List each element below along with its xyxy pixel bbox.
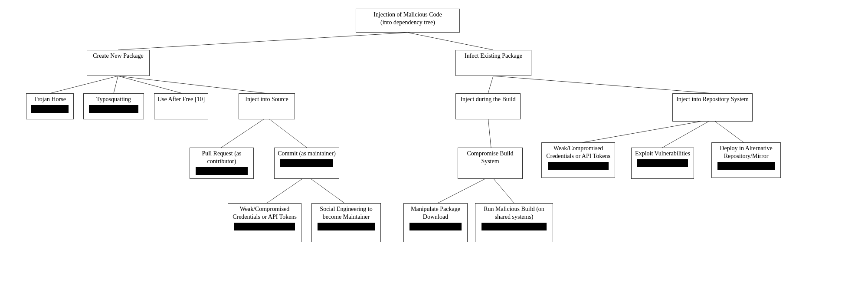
- node-use-after-free-label: Use After Free [10]: [157, 95, 205, 103]
- svg-line-0: [118, 33, 408, 50]
- svg-line-3: [114, 76, 118, 93]
- node-inject-into-repository-label: Inject into Repository System: [676, 95, 749, 103]
- node-use-after-free: Use After Free [10]: [154, 93, 208, 119]
- diagram-container: Injection of Malicious Code (into depend…: [0, 0, 868, 283]
- node-run-malicious-build: Run Malicious Build (on shared systems): [475, 203, 553, 242]
- social-engineering-bar: [318, 223, 374, 230]
- node-weak-credentials-left: Weak/Compromised Credentials or API Toke…: [228, 203, 301, 242]
- typosquatting-bar: [89, 105, 138, 113]
- node-exploit-vulnerabilities-label: Exploit Vulnerabilities: [635, 150, 690, 158]
- node-inject-during-build: Inject during the Build: [455, 93, 521, 119]
- weak-credentials-right-bar: [548, 162, 609, 170]
- svg-line-6: [488, 76, 493, 93]
- svg-line-1: [408, 33, 493, 50]
- node-compromise-build-system-label: Compromise Build System: [461, 150, 520, 165]
- node-typosquatting-label: Typosquatting: [96, 95, 131, 103]
- svg-line-5: [118, 76, 267, 93]
- node-inject-during-build-label: Inject during the Build: [460, 95, 515, 103]
- svg-line-11: [578, 119, 712, 143]
- svg-line-17: [491, 176, 515, 204]
- node-manipulate-package: Manipulate Package Download: [403, 203, 468, 242]
- commit-maintainer-bar: [280, 159, 333, 167]
- svg-line-10: [488, 117, 491, 148]
- node-trojan-horse-label: Trojan Horse: [34, 95, 66, 103]
- node-manipulate-package-label: Manipulate Package Download: [406, 205, 465, 221]
- svg-line-13: [712, 119, 745, 143]
- svg-line-7: [493, 76, 712, 93]
- svg-line-4: [118, 76, 182, 93]
- weak-credentials-left-bar: [234, 223, 295, 230]
- svg-line-12: [662, 119, 712, 148]
- exploit-vulnerabilities-bar: [637, 159, 688, 167]
- node-pull-request: Pull Request (as contributor): [190, 148, 254, 179]
- node-root: Injection of Malicious Code (into depend…: [356, 9, 460, 33]
- node-root-label: Injection of Malicious Code (into depend…: [373, 11, 442, 26]
- node-social-engineering: Social Engineering to become Maintainer: [311, 203, 381, 242]
- svg-line-16: [436, 176, 491, 204]
- node-infect-existing-package-label: Infect Existing Package: [465, 52, 522, 60]
- svg-line-14: [265, 176, 307, 204]
- node-trojan-horse: Trojan Horse: [26, 93, 74, 119]
- node-weak-credentials-right: Weak/Compromised Credentials or API Toke…: [541, 142, 615, 178]
- node-deploy-alternative: Deploy in Alternative Repository/Mirror: [711, 142, 781, 178]
- node-typosquatting: Typosquatting: [83, 93, 144, 119]
- node-inject-into-source: Inject into Source: [239, 93, 295, 119]
- node-exploit-vulnerabilities: Exploit Vulnerabilities: [631, 148, 694, 179]
- node-social-engineering-label: Social Engineering to become Maintainer: [314, 205, 378, 221]
- pull-request-bar: [196, 167, 248, 175]
- deploy-alternative-bar: [717, 162, 774, 170]
- svg-line-2: [50, 76, 118, 93]
- node-create-new-package-label: Create New Package: [93, 52, 144, 60]
- node-inject-into-repository: Inject into Repository System: [672, 93, 753, 122]
- svg-line-15: [307, 176, 346, 204]
- node-commit-maintainer-label: Commit (as maintainer): [278, 150, 336, 158]
- trojan-horse-bar: [31, 105, 69, 113]
- node-compromise-build-system: Compromise Build System: [458, 148, 523, 179]
- node-weak-credentials-right-label: Weak/Compromised Credentials or API Toke…: [544, 145, 612, 160]
- node-commit-maintainer: Commit (as maintainer): [274, 148, 339, 179]
- run-malicious-build-bar: [481, 223, 546, 230]
- manipulate-package-bar: [409, 223, 462, 230]
- node-inject-into-source-label: Inject into Source: [245, 95, 288, 103]
- node-weak-credentials-left-label: Weak/Compromised Credentials or API Toke…: [231, 205, 298, 221]
- node-create-new-package: Create New Package: [87, 50, 150, 76]
- node-pull-request-label: Pull Request (as contributor): [193, 150, 251, 165]
- node-deploy-alternative-label: Deploy in Alternative Repository/Mirror: [714, 145, 778, 160]
- svg-line-8: [221, 117, 267, 148]
- node-run-malicious-build-label: Run Malicious Build (on shared systems): [478, 205, 550, 221]
- svg-line-9: [267, 117, 307, 148]
- node-infect-existing-package: Infect Existing Package: [455, 50, 531, 76]
